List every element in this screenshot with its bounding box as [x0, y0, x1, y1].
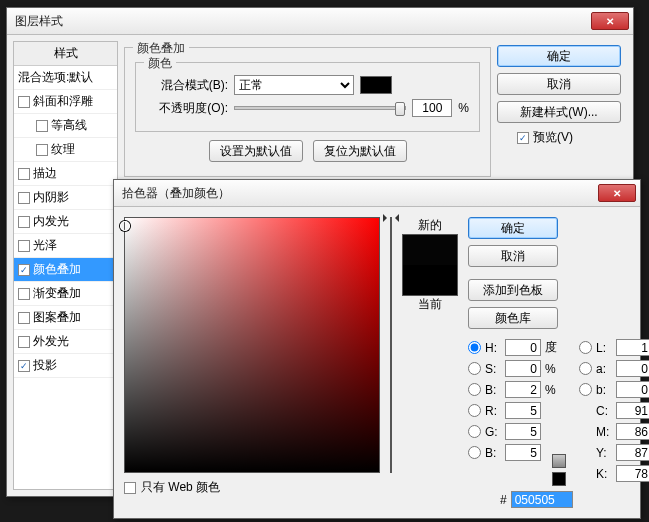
preview-label: 预览(V)	[533, 129, 573, 146]
style-item[interactable]: 等高线	[14, 114, 117, 138]
style-checkbox[interactable]	[18, 96, 30, 108]
blend-mode-select[interactable]: 正常	[234, 75, 354, 95]
style-checkbox[interactable]: ✓	[18, 360, 30, 372]
ok-button[interactable]: 确定	[497, 45, 621, 67]
style-item[interactable]: 外发光	[14, 330, 117, 354]
cancel-button[interactable]: 取消	[497, 73, 621, 95]
mode-radio-B[interactable]	[468, 383, 481, 396]
picker-cancel-button[interactable]: 取消	[468, 245, 558, 267]
style-checkbox[interactable]	[18, 336, 30, 348]
style-item[interactable]: 斜面和浮雕	[14, 90, 117, 114]
field-Y[interactable]	[616, 444, 649, 461]
style-checkbox[interactable]: ✓	[18, 264, 30, 276]
style-item[interactable]: 纹理	[14, 138, 117, 162]
preview-checkbox[interactable]: ✓	[517, 132, 529, 144]
reset-default-button[interactable]: 复位为默认值	[313, 140, 407, 162]
style-checkbox[interactable]	[18, 192, 30, 204]
field-H[interactable]	[505, 339, 541, 356]
styles-header[interactable]: 样式	[14, 42, 117, 66]
layer-style-titlebar[interactable]: 图层样式 ✕	[7, 8, 633, 35]
style-checkbox[interactable]	[18, 168, 30, 180]
style-label: 等高线	[51, 117, 87, 134]
style-item[interactable]: ✓投影	[14, 354, 117, 378]
style-label: 图案叠加	[33, 309, 81, 326]
opacity-value[interactable]	[412, 99, 452, 117]
field-label: H:	[485, 341, 501, 355]
new-color-swatch	[403, 235, 457, 265]
mode-radio-G[interactable]	[468, 425, 481, 438]
hex-input[interactable]	[511, 491, 573, 508]
color-lib-button[interactable]: 颜色库	[468, 307, 558, 329]
mode-radio-Bb[interactable]	[468, 446, 481, 459]
sv-cursor[interactable]	[120, 221, 130, 231]
overlay-color-swatch[interactable]	[360, 76, 392, 94]
style-item[interactable]: 描边	[14, 162, 117, 186]
style-label: 投影	[33, 357, 57, 374]
field-label: C:	[596, 404, 612, 418]
new-current-swatch[interactable]	[402, 234, 458, 296]
set-default-button[interactable]: 设置为默认值	[209, 140, 303, 162]
picker-titlebar[interactable]: 拾色器（叠加颜色） ✕	[114, 180, 640, 207]
mode-radio-L[interactable]	[579, 341, 592, 354]
add-swatch-button[interactable]: 添加到色板	[468, 279, 558, 301]
style-item[interactable]: 光泽	[14, 234, 117, 258]
picker-ok-button[interactable]: 确定	[468, 217, 558, 239]
field-label: L:	[596, 341, 612, 355]
field-R[interactable]	[505, 402, 541, 419]
gamut-warning-icon[interactable]	[552, 454, 566, 468]
field-S[interactable]	[505, 360, 541, 377]
style-checkbox[interactable]	[18, 288, 30, 300]
style-checkbox[interactable]	[18, 312, 30, 324]
current-color-swatch	[403, 265, 457, 295]
field-b[interactable]	[616, 381, 649, 398]
style-item[interactable]: 内发光	[14, 210, 117, 234]
percent-sign: %	[458, 101, 469, 115]
opacity-slider[interactable]	[234, 106, 406, 110]
field-label: B:	[485, 383, 501, 397]
current-color-label: 当前	[418, 296, 442, 313]
field-label: b:	[596, 383, 612, 397]
field-Bb[interactable]	[505, 444, 541, 461]
hue-slider[interactable]	[390, 217, 392, 473]
style-label: 内阴影	[33, 189, 69, 206]
style-item[interactable]: 图案叠加	[14, 306, 117, 330]
style-label: 渐变叠加	[33, 285, 81, 302]
mode-radio-S[interactable]	[468, 362, 481, 375]
mode-radio-a[interactable]	[579, 362, 592, 375]
close-icon[interactable]: ✕	[598, 184, 636, 202]
field-B[interactable]	[505, 381, 541, 398]
color-picker-dialog: 拾色器（叠加颜色） ✕ 只有 Web 颜色 新的 当前 确定	[113, 179, 641, 519]
field-a[interactable]	[616, 360, 649, 377]
mode-radio-H[interactable]	[468, 341, 481, 354]
field-label: R:	[485, 404, 501, 418]
field-label: a:	[596, 362, 612, 376]
style-checkbox[interactable]	[36, 144, 48, 156]
mode-radio-b[interactable]	[579, 383, 592, 396]
field-L[interactable]	[616, 339, 649, 356]
field-label: G:	[485, 425, 501, 439]
field-G[interactable]	[505, 423, 541, 440]
style-item[interactable]: 内阴影	[14, 186, 117, 210]
field-M[interactable]	[616, 423, 649, 440]
style-checkbox[interactable]	[18, 216, 30, 228]
opacity-label: 不透明度(O):	[146, 100, 228, 117]
unit: %	[545, 383, 559, 397]
field-K[interactable]	[616, 465, 649, 482]
saturation-value-field[interactable]	[124, 217, 380, 473]
style-item[interactable]: ✓颜色叠加	[14, 258, 117, 282]
mode-radio-R[interactable]	[468, 404, 481, 417]
blend-options-default[interactable]: 混合选项:默认	[14, 66, 117, 90]
style-label: 内发光	[33, 213, 69, 230]
style-checkbox[interactable]	[36, 120, 48, 132]
field-C[interactable]	[616, 402, 649, 419]
style-item[interactable]: 渐变叠加	[14, 282, 117, 306]
style-checkbox[interactable]	[18, 240, 30, 252]
close-icon[interactable]: ✕	[591, 12, 629, 30]
styles-list: 样式 混合选项:默认 斜面和浮雕等高线纹理描边内阴影内发光光泽✓颜色叠加渐变叠加…	[13, 41, 118, 490]
only-web-checkbox[interactable]	[124, 482, 136, 494]
new-style-button[interactable]: 新建样式(W)...	[497, 101, 621, 123]
gamut-swatch[interactable]	[552, 472, 566, 486]
field-label: S:	[485, 362, 501, 376]
style-label: 描边	[33, 165, 57, 182]
new-color-label: 新的	[418, 217, 442, 234]
